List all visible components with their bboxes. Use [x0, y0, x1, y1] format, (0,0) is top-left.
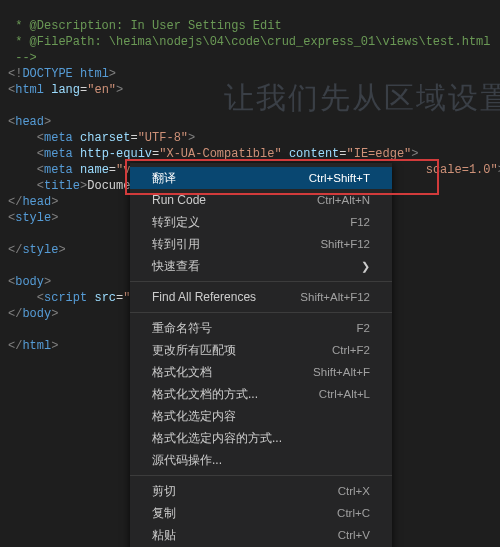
menu-item-shortcut: Ctrl+X — [338, 485, 370, 497]
menu-item[interactable]: 格式化文档的方式...Ctrl+Alt+L — [130, 383, 392, 405]
menu-item-shortcut: Shift+Alt+F12 — [300, 291, 370, 303]
menu-item-label: 更改所有匹配项 — [152, 342, 236, 359]
menu-item[interactable]: 粘贴Ctrl+V — [130, 524, 392, 546]
menu-item-label: 粘贴 — [152, 527, 176, 544]
comment-line: * @Description: In User Settings Edit — [8, 19, 282, 33]
comment-line: * @FilePath: \heima\nodejs\04\code\crud_… — [8, 35, 490, 49]
comment-line: --> — [8, 51, 37, 65]
menu-item-shortcut: F12 — [350, 216, 370, 228]
menu-item-shortcut: Ctrl+C — [337, 507, 370, 519]
menu-item[interactable]: 转到引用Shift+F12 — [130, 233, 392, 255]
menu-separator — [130, 312, 392, 313]
menu-item-label: 格式化选定内容的方式... — [152, 430, 282, 447]
context-menu: 翻译Ctrl+Shift+TRun CodeCtrl+Alt+N转到定义F12转… — [130, 163, 392, 547]
menu-item-label: 翻译 — [152, 170, 176, 187]
menu-item-shortcut: Shift+Alt+F — [313, 366, 370, 378]
menu-item[interactable]: Find All ReferencesShift+Alt+F12 — [130, 286, 392, 308]
menu-item-label: Find All References — [152, 290, 256, 304]
menu-item-shortcut: Ctrl+F2 — [332, 344, 370, 356]
menu-item-label: 格式化文档的方式... — [152, 386, 258, 403]
menu-item[interactable]: 格式化文档Shift+Alt+F — [130, 361, 392, 383]
menu-item-label: 快速查看 — [152, 258, 200, 275]
menu-item-shortcut: Shift+F12 — [320, 238, 370, 250]
menu-item-label: 剪切 — [152, 483, 176, 500]
menu-item[interactable]: Run CodeCtrl+Alt+N — [130, 189, 392, 211]
menu-item[interactable]: 剪切Ctrl+X — [130, 480, 392, 502]
menu-item[interactable]: 格式化选定内容 — [130, 405, 392, 427]
menu-item[interactable]: 格式化选定内容的方式... — [130, 427, 392, 449]
menu-item-label: 重命名符号 — [152, 320, 212, 337]
menu-item-shortcut: Ctrl+V — [338, 529, 370, 541]
menu-item-label: 源代码操作... — [152, 452, 222, 469]
menu-item[interactable]: 源代码操作... — [130, 449, 392, 471]
menu-item-label: 格式化选定内容 — [152, 408, 236, 425]
menu-item[interactable]: 转到定义F12 — [130, 211, 392, 233]
chevron-right-icon: ❯ — [361, 260, 370, 273]
menu-item-label: Run Code — [152, 193, 206, 207]
menu-item-shortcut: F2 — [357, 322, 370, 334]
menu-separator — [130, 475, 392, 476]
menu-item[interactable]: 快速查看❯ — [130, 255, 392, 277]
menu-item[interactable]: 复制Ctrl+C — [130, 502, 392, 524]
menu-item-label: 转到定义 — [152, 214, 200, 231]
menu-separator — [130, 281, 392, 282]
menu-item-label: 转到引用 — [152, 236, 200, 253]
menu-item[interactable]: 更改所有匹配项Ctrl+F2 — [130, 339, 392, 361]
menu-item-label: 格式化文档 — [152, 364, 212, 381]
menu-item[interactable]: 重命名符号F2 — [130, 317, 392, 339]
menu-item-shortcut: Ctrl+Shift+T — [309, 172, 370, 184]
menu-item-shortcut: Ctrl+Alt+L — [319, 388, 370, 400]
menu-item-shortcut: Ctrl+Alt+N — [317, 194, 370, 206]
menu-item-label: 复制 — [152, 505, 176, 522]
menu-item[interactable]: 翻译Ctrl+Shift+T — [130, 167, 392, 189]
